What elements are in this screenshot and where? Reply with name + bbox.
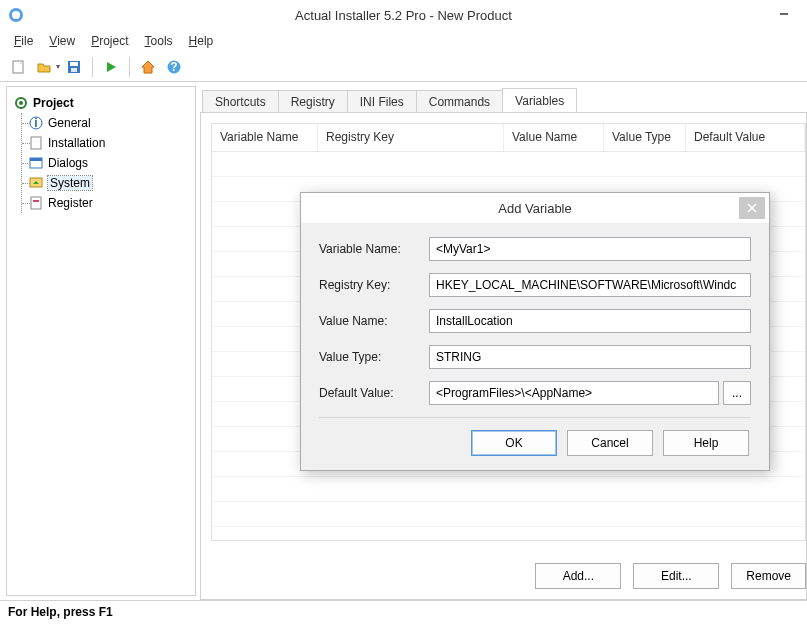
dialog-help-button[interactable]: Help	[663, 430, 749, 456]
home-button[interactable]	[136, 55, 160, 79]
window-titlebar: Actual Installer 5.2 Pro - New Product	[0, 0, 807, 30]
svg-point-13	[19, 101, 23, 105]
svg-marker-8	[107, 62, 116, 72]
svg-text:i: i	[34, 116, 37, 130]
toolbar-separator	[92, 57, 93, 77]
tree-root-label: Project	[33, 96, 74, 110]
tree-item-label: Dialogs	[48, 156, 88, 170]
col-variable-name[interactable]: Variable Name	[212, 124, 318, 151]
tab-registry[interactable]: Registry	[278, 90, 348, 113]
system-icon	[28, 175, 44, 191]
col-value-type[interactable]: Value Type	[604, 124, 686, 151]
menu-project[interactable]: Project	[85, 32, 134, 50]
toolbar: ▾ ?	[0, 52, 807, 82]
svg-rect-7	[71, 68, 77, 72]
window-title: Actual Installer 5.2 Pro - New Product	[0, 8, 807, 23]
tab-commands[interactable]: Commands	[416, 90, 503, 113]
dialog-title: Add Variable	[301, 201, 769, 216]
menu-help[interactable]: Help	[183, 32, 220, 50]
toolbar-separator	[129, 57, 130, 77]
tree-root-project[interactable]: Project	[11, 93, 191, 113]
input-registry-key[interactable]	[429, 273, 751, 297]
svg-rect-16	[31, 137, 41, 149]
tree-item-label: Installation	[48, 136, 105, 150]
edit-button[interactable]: Edit...	[633, 563, 719, 589]
label-default-value: Default Value:	[319, 386, 429, 400]
label-value-type: Value Type:	[319, 350, 429, 364]
save-button[interactable]	[62, 55, 86, 79]
ok-button[interactable]: OK	[471, 430, 557, 456]
select-value-type[interactable]: STRING	[429, 345, 751, 369]
input-default-value[interactable]	[429, 381, 719, 405]
info-icon: i	[28, 115, 44, 131]
tab-strip: Shortcuts Registry INI Files Commands Va…	[200, 86, 807, 112]
tree-item-label: Register	[48, 196, 93, 210]
open-dropdown-icon[interactable]: ▾	[56, 62, 60, 71]
menu-tools[interactable]: Tools	[139, 32, 179, 50]
project-icon	[13, 95, 29, 111]
svg-marker-9	[142, 61, 154, 73]
menu-file[interactable]: File	[8, 32, 39, 50]
statusbar: For Help, press F1	[0, 600, 807, 622]
add-button[interactable]: Add...	[535, 563, 621, 589]
col-registry-key[interactable]: Registry Key	[318, 124, 504, 151]
svg-text:?: ?	[170, 60, 177, 74]
add-variable-dialog: Add Variable Variable Name: Registry Key…	[300, 192, 770, 471]
svg-rect-22	[33, 200, 39, 202]
minimize-button[interactable]	[761, 0, 807, 28]
statusbar-text: For Help, press F1	[8, 605, 113, 619]
label-registry-key: Registry Key:	[319, 278, 429, 292]
register-icon	[28, 195, 44, 211]
dialog-separator	[319, 417, 751, 418]
dialog-titlebar[interactable]: Add Variable	[301, 193, 769, 223]
grid-header: Variable Name Registry Key Value Name Va…	[212, 124, 805, 152]
open-button[interactable]	[32, 55, 56, 79]
remove-button[interactable]: Remove	[731, 563, 806, 589]
tree-item-label: General	[48, 116, 91, 130]
help-button[interactable]: ?	[162, 55, 186, 79]
cancel-button[interactable]: Cancel	[567, 430, 653, 456]
label-variable-name: Variable Name:	[319, 242, 429, 256]
input-variable-name[interactable]	[429, 237, 751, 261]
tree-item-general[interactable]: i General	[26, 113, 191, 133]
app-icon	[8, 7, 24, 23]
tree-item-register[interactable]: Register	[26, 193, 191, 213]
dialogs-icon	[28, 155, 44, 171]
project-tree: Project i General Installation Dialogs S…	[6, 86, 196, 596]
page-icon	[28, 135, 44, 151]
tree-item-system[interactable]: System	[26, 173, 191, 193]
col-default-value[interactable]: Default Value	[686, 124, 805, 151]
svg-rect-21	[31, 197, 41, 209]
dialog-close-button[interactable]	[739, 197, 765, 219]
input-value-name[interactable]	[429, 309, 751, 333]
svg-rect-18	[30, 158, 42, 161]
new-button[interactable]	[6, 55, 30, 79]
tree-item-label: System	[48, 176, 92, 190]
col-value-name[interactable]: Value Name	[504, 124, 604, 151]
build-run-button[interactable]	[99, 55, 123, 79]
tab-shortcuts[interactable]: Shortcuts	[202, 90, 279, 113]
tree-item-installation[interactable]: Installation	[26, 133, 191, 153]
menu-view[interactable]: View	[43, 32, 81, 50]
svg-point-1	[12, 11, 20, 19]
label-value-name: Value Name:	[319, 314, 429, 328]
tree-item-dialogs[interactable]: Dialogs	[26, 153, 191, 173]
svg-rect-6	[70, 62, 78, 66]
menubar: File View Project Tools Help	[0, 30, 807, 52]
tab-variables[interactable]: Variables	[502, 88, 577, 112]
browse-default-value-button[interactable]: ...	[723, 381, 751, 405]
tab-ini-files[interactable]: INI Files	[347, 90, 417, 113]
